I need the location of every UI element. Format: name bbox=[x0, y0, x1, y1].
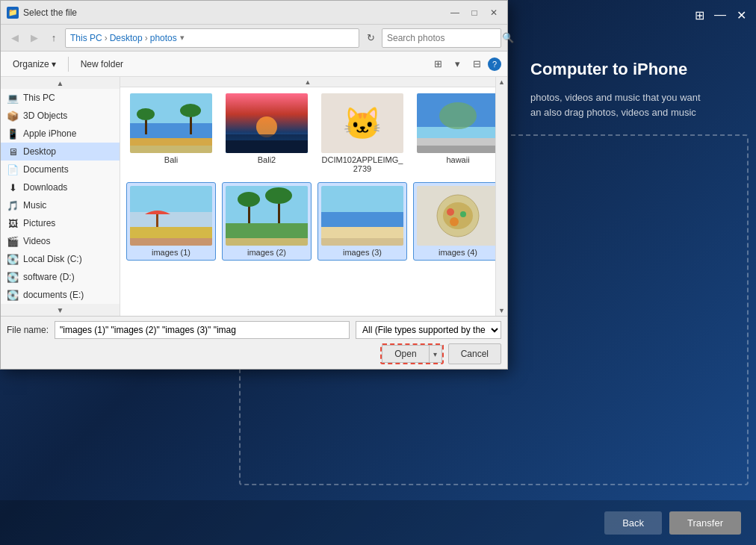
bali2-label: Bali2 bbox=[258, 155, 276, 164]
sidebar-item-3d-objects[interactable]: 📦 3D Objects bbox=[1, 107, 120, 125]
grid-scrollbar: ▲ ▼ bbox=[495, 77, 507, 316]
file-item-bali2[interactable]: Bali2 bbox=[222, 90, 312, 176]
bg-desc2: an also drag photos, videos and music bbox=[530, 105, 741, 120]
dialog-title: Select the file bbox=[23, 7, 443, 18]
pictures-icon: 🖼 bbox=[7, 217, 19, 229]
images1-thumb-svg bbox=[130, 186, 212, 246]
bali-thumb-svg bbox=[130, 93, 212, 153]
bg-footer: Back Transfer bbox=[0, 500, 756, 545]
dialog-minimize-button[interactable]: — bbox=[447, 5, 462, 20]
images4-label: images (4) bbox=[439, 248, 477, 257]
file-item-images2[interactable]: images (2) bbox=[222, 182, 312, 261]
view-dropdown-button[interactable]: ▾ bbox=[449, 56, 465, 72]
file-item-images3[interactable]: images (3) bbox=[317, 182, 407, 261]
refresh-button[interactable]: ↻ bbox=[362, 30, 379, 46]
images3-thumbnail bbox=[321, 186, 403, 246]
svg-rect-22 bbox=[226, 186, 308, 223]
svg-point-38 bbox=[450, 217, 459, 226]
nav-back-button[interactable]: ◀ bbox=[7, 30, 23, 46]
grid-scroll-up-btn[interactable]: ▲ bbox=[498, 78, 505, 86]
cat-emoji: 🐱 bbox=[343, 105, 382, 142]
svg-point-16 bbox=[439, 102, 477, 129]
grid-scroll-down-btn[interactable]: ▼ bbox=[498, 307, 505, 314]
sidebar-item-documents[interactable]: 📄 Documents bbox=[1, 161, 120, 178]
downloads-label: Downloads bbox=[23, 182, 67, 193]
file-item-dcim[interactable]: 🐱 DCIM102APPLEIMG_2739 bbox=[317, 90, 407, 176]
file-name-input[interactable] bbox=[55, 321, 350, 339]
sidebar-item-local-disk[interactable]: 💽 Local Disk (C:) bbox=[1, 250, 120, 268]
svg-rect-29 bbox=[321, 186, 403, 212]
sidebar-scroll-up[interactable]: ▲ bbox=[1, 77, 120, 89]
svg-rect-19 bbox=[130, 227, 212, 238]
nav-up-button[interactable]: ↑ bbox=[46, 30, 62, 46]
file-type-select[interactable]: All (File types supported by the bbox=[356, 321, 501, 339]
open-dropdown-button[interactable]: ▾ bbox=[429, 345, 442, 363]
sidebar-item-software-d[interactable]: 💽 software (D:) bbox=[1, 268, 120, 286]
sidebar-item-downloads[interactable]: ⬇ Downloads bbox=[1, 178, 120, 196]
open-button[interactable]: Open bbox=[382, 345, 428, 363]
apple-iphone-label: Apple iPhone bbox=[23, 128, 76, 139]
transfer-button[interactable]: Transfer bbox=[669, 511, 741, 535]
view-button[interactable]: ⊞ bbox=[430, 56, 446, 72]
bali-label: Bali bbox=[164, 155, 178, 164]
breadcrumb-arrow[interactable]: ▾ bbox=[180, 33, 185, 43]
breadcrumb-this-pc[interactable]: This PC bbox=[70, 33, 102, 43]
nav-forward-button[interactable]: ▶ bbox=[26, 30, 43, 46]
breadcrumb-photos[interactable]: photos bbox=[150, 33, 177, 43]
breadcrumb-desktop[interactable]: Desktop bbox=[110, 33, 143, 43]
dialog-app-icon: 📁 bbox=[7, 7, 19, 19]
videos-icon: 🎬 bbox=[7, 235, 19, 247]
grid-scroll-up[interactable]: ▲ bbox=[120, 77, 495, 87]
organize-label: Organize bbox=[13, 59, 49, 69]
sidebar-scroll-down[interactable]: ▼ bbox=[1, 304, 120, 316]
3d-objects-label: 3D Objects bbox=[23, 110, 67, 121]
sidebar-item-videos[interactable]: 🎬 Videos bbox=[1, 232, 120, 250]
images2-thumbnail bbox=[226, 186, 308, 246]
sidebar-item-desktop[interactable]: 🖥 Desktop bbox=[1, 143, 120, 161]
dialog-close-button[interactable]: ✕ bbox=[486, 5, 501, 20]
svg-rect-11 bbox=[226, 140, 308, 153]
back-button[interactable]: Back bbox=[604, 511, 662, 535]
this-pc-label: This PC bbox=[23, 93, 55, 103]
cancel-button[interactable]: Cancel bbox=[448, 343, 501, 364]
images4-thumb-svg bbox=[417, 186, 495, 246]
toolbar: Organize ▾ New folder ⊞ ▾ ⊟ ? bbox=[1, 52, 507, 77]
bg-grid-icon[interactable]: ⊞ bbox=[692, 7, 707, 22]
file-name-label: File name: bbox=[7, 325, 49, 335]
hawaii-label: hawaii bbox=[446, 155, 469, 164]
dialog-actions: Open ▾ Cancel bbox=[7, 343, 501, 364]
bg-close-icon[interactable]: ✕ bbox=[734, 7, 749, 22]
svg-rect-17 bbox=[130, 186, 212, 212]
file-item-hawaii[interactable]: hawaii bbox=[413, 90, 495, 176]
local-disk-icon: 💽 bbox=[7, 253, 19, 265]
music-icon: 🎵 bbox=[7, 199, 19, 211]
sidebar-item-music[interactable]: 🎵 Music bbox=[1, 196, 120, 214]
breadcrumb[interactable]: This PC › Desktop › photos ▾ bbox=[65, 28, 359, 48]
file-dialog: 📁 Select the file — □ ✕ ◀ ▶ ↑ This PC › … bbox=[0, 0, 508, 370]
toolbar-right: ⊞ ▾ ⊟ ? bbox=[430, 56, 501, 72]
music-label: Music bbox=[23, 200, 46, 211]
organize-button[interactable]: Organize ▾ bbox=[7, 57, 62, 72]
bg-minimize-icon[interactable]: — bbox=[713, 7, 728, 22]
help-button[interactable]: ? bbox=[488, 57, 501, 71]
sidebar-item-this-pc[interactable]: 💻 This PC bbox=[1, 89, 120, 107]
file-item-images1[interactable]: images (1) bbox=[126, 182, 216, 261]
documents-icon: 📄 bbox=[7, 164, 19, 175]
search-input[interactable] bbox=[387, 33, 499, 43]
sidebar-item-documents-e[interactable]: 💽 documents (E:) bbox=[1, 286, 120, 304]
sidebar-item-apple-iphone[interactable]: 📱 Apple iPhone bbox=[1, 125, 120, 143]
svg-rect-31 bbox=[321, 227, 403, 238]
pane-button[interactable]: ⊟ bbox=[468, 56, 485, 72]
svg-point-5 bbox=[137, 108, 155, 120]
file-item-images4[interactable]: images (4) bbox=[413, 182, 495, 261]
file-item-bali[interactable]: Bali bbox=[126, 90, 216, 176]
sidebar-item-pictures[interactable]: 🖼 Pictures bbox=[1, 214, 120, 232]
sidebar: ▲ 💻 This PC 📦 3D Objects 📱 Apple iPhone … bbox=[1, 77, 120, 316]
images2-label: images (2) bbox=[247, 248, 286, 257]
dialog-maximize-button[interactable]: □ bbox=[467, 5, 482, 20]
new-folder-button[interactable]: New folder bbox=[75, 57, 129, 72]
this-pc-icon: 💻 bbox=[7, 92, 19, 104]
search-box: 🔍 bbox=[382, 28, 501, 48]
svg-point-26 bbox=[238, 192, 260, 207]
svg-point-36 bbox=[447, 208, 454, 216]
